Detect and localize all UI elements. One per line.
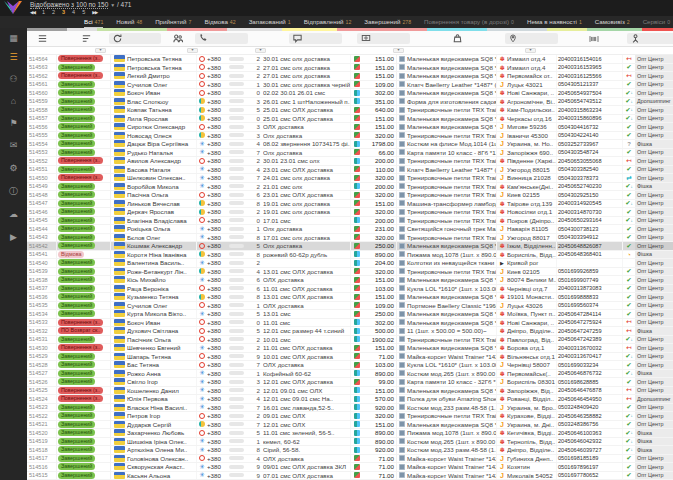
comment-icon[interactable] <box>289 33 342 44</box>
pin-icon[interactable] <box>505 33 558 44</box>
order-row[interactable]: 514530Повернення (з..Шевченко Евгений✳+3… <box>27 344 673 353</box>
customer-name[interactable]: Деркач Ярослав <box>127 208 197 216</box>
tracking-number[interactable]: 0504303548724 <box>557 149 623 157</box>
order-row[interactable]: 514519ЗавершенийШишкіна Іріна Олек..✳+38… <box>27 438 673 447</box>
customer-name[interactable]: Рожко Анна <box>127 370 197 378</box>
product-name[interactable]: Маленькая видеокамера SQ8 *.. <box>407 55 497 63</box>
product-name[interactable]: Полка для обуви Amazing Shoe .. <box>407 395 497 403</box>
tracking-number[interactable]: 0504303394912 <box>557 234 623 242</box>
phone-number[interactable]: +380 <box>207 208 229 216</box>
tracking-number[interactable]: 20400315860896 <box>557 115 623 123</box>
phone-number[interactable]: +380 <box>207 72 229 80</box>
customer-name[interactable]: Кошмак Александр <box>127 242 197 250</box>
person-icon[interactable] <box>627 33 673 44</box>
phone-number[interactable]: +380 <box>207 123 229 131</box>
tracking-number[interactable]: 20450654937504 <box>557 89 623 97</box>
phone-number[interactable]: +380 <box>207 225 229 233</box>
tab-Сервіси[interactable]: Сервіси0 <box>643 16 670 28</box>
product-name[interactable]: Костюм мод.265 (1шт. х 890.00 .. <box>407 370 497 378</box>
product-name[interactable]: Маленькая видеокамера SQ8 *.. <box>407 276 497 284</box>
tab-Прийнятий[interactable]: Прийнятий7 <box>155 16 191 28</box>
tab-Відправлений[interactable]: Відправлений12 <box>304 16 352 28</box>
product-name[interactable]: Маленькая видеокамера SQ8 *.. <box>407 310 497 318</box>
customer-name[interactable]: Дударєв Сергій <box>127 421 197 429</box>
customer-name[interactable]: Легкий Дмитро <box>127 72 197 80</box>
phone-number[interactable]: +380 <box>207 106 229 114</box>
phone-number[interactable]: +380 <box>207 404 229 412</box>
tracking-number[interactable]: 20450653055068 <box>557 157 623 165</box>
tracking-number[interactable]: 0504305121337 <box>557 81 623 89</box>
product-name[interactable]: Маленькая видеокамера SQ8 *.. <box>407 64 497 72</box>
customer-name[interactable]: Скворунская Анаст.. <box>127 463 197 471</box>
tracking-number[interactable]: 20400313670417 <box>557 353 623 361</box>
product-name[interactable]: Костюм мод.233 разм.48-58 (1.. <box>407 446 497 454</box>
product-name[interactable]: Кукла LOL *1610* (1шт. х 103.00.. <box>407 361 497 369</box>
column-filter-dropdown[interactable]: ▼ <box>525 48 536 53</box>
order-row[interactable]: 514529ЗавершенийШапарь Тетяна+380910.01 … <box>27 353 673 362</box>
tab-Запакований[interactable]: Запакований1 <box>249 16 291 28</box>
phone-number[interactable]: +380 <box>207 285 229 293</box>
barcode-icon[interactable] <box>579 33 609 44</box>
product-name[interactable]: Карта памяти 10 класс - 8Гб *12.. <box>407 149 497 157</box>
tracking-number[interactable]: 20450646100363 <box>557 429 623 437</box>
phone-number[interactable]: +380 <box>207 157 229 165</box>
phone-number[interactable]: +380 <box>207 310 229 318</box>
phone-number[interactable]: +380 <box>207 336 229 344</box>
product-name[interactable]: Маленькая видеокамера SQ8 *.. <box>407 344 497 352</box>
order-row[interactable]: 514560ЗавершенийБокоч Иван+380002.02 30.… <box>27 89 673 98</box>
tracking-number[interactable]: 20450648368401 <box>557 251 623 259</box>
customer-name[interactable]: Шапарь Тетяна <box>127 353 197 361</box>
customer-name[interactable]: Коротя Ніна Іванівна <box>127 251 197 259</box>
video-icon[interactable]: ▶ <box>0 232 27 242</box>
order-row[interactable]: 514534ЗавершенийКурта Микола Вікто..✳+38… <box>27 310 673 319</box>
tracking-number[interactable]: 20450654743512 <box>557 98 623 106</box>
product-name[interactable]: Маленькая видеокамера SQ8 *.. <box>407 123 497 131</box>
phone-number[interactable]: +380 <box>207 421 229 429</box>
page-button[interactable]: 1 <box>42 9 45 15</box>
phone-number[interactable]: +380 <box>207 132 229 140</box>
tracking-number[interactable]: 0503248386756 <box>557 421 623 429</box>
customer-name[interactable]: Авилов Александр <box>127 157 197 165</box>
customer-name[interactable]: Кузьменко Тетяна <box>127 293 197 301</box>
tracking-number[interactable]: 0504302925150 <box>557 191 623 199</box>
phone-number[interactable]: +380 <box>207 268 229 276</box>
customer-name[interactable]: Бєлов Олег <box>127 234 197 242</box>
customer-name[interactable]: Шелковин Олексан.. <box>127 174 197 182</box>
customer-name[interactable]: Касьян Альона <box>127 472 197 480</box>
tracking-number[interactable]: 20400314920545 <box>557 200 623 208</box>
order-row[interactable]: 514523ЗавершенийВласюк Ніна Василі..✳+38… <box>27 404 673 413</box>
customers-icon[interactable]: ⚇ <box>0 74 27 84</box>
phone-number[interactable]: +380 <box>207 302 229 310</box>
customers-icon[interactable] <box>163 33 193 44</box>
phone-number[interactable]: +380 <box>207 395 229 403</box>
info-icon[interactable]: ⓘ <box>0 186 27 196</box>
phone-number[interactable]: +380 <box>207 344 229 352</box>
order-row[interactable]: 514546ЗавершенийДеркач Ярослав+380219.01… <box>27 208 673 217</box>
customer-name[interactable]: Свігло Ігор <box>127 378 197 386</box>
phone-number[interactable]: +380 <box>207 234 229 242</box>
column-filter-dropdown[interactable]: ▼ <box>393 48 404 53</box>
order-row[interactable]: 514540ЗавершенийВалентина Василь..✳+3802… <box>27 259 673 268</box>
customer-name[interactable]: Благінна Владіслава <box>127 217 197 225</box>
orders-menu-icon[interactable]: ☰ <box>0 52 27 62</box>
product-name[interactable]: Маленькая видеокамера SQ8 *.. <box>407 115 497 123</box>
order-row[interactable]: 514562Повернення (з..Легкий Дмитро+38022… <box>27 72 673 81</box>
refresh-icon[interactable] <box>109 33 161 44</box>
order-row[interactable]: 514549ЗавершенийВоробйов Микола✳+380221.… <box>27 183 673 192</box>
order-row[interactable]: 514544ЗавершенийРокіцька Ольга✳+3801Олх … <box>27 225 673 234</box>
order-row[interactable]: 514556ЗавершенийСиротюк Олександр+3803ОЛ… <box>27 123 673 132</box>
customer-name[interactable]: Шевченко Евгений <box>127 344 197 352</box>
customer-name[interactable]: Роже-Бетанкурт Лін.. <box>127 268 197 276</box>
tab-Відмова[interactable]: Відмова42 <box>204 16 235 28</box>
customer-name[interactable]: Петровська Тетяна <box>127 64 197 72</box>
order-row[interactable]: 514525Повернення (з..Кошеленко Данил✳+38… <box>27 387 673 396</box>
phone-number[interactable]: +380 <box>207 200 229 208</box>
tracking-number[interactable]: 20400313670032 <box>557 344 623 352</box>
phone-number[interactable]: +380 <box>207 174 229 182</box>
order-row[interactable]: 514548ЗавершенийПасічна Ольга+380623.01 … <box>27 191 673 200</box>
product-name[interactable]: Маленькая видеокамера SQ8 *.. <box>407 387 497 395</box>
product-name[interactable]: Машина-трансформер ламборд.. <box>407 200 497 208</box>
product-name[interactable]: Тренировочные петли TRX Train.. <box>407 106 497 114</box>
sort-list-icon[interactable] <box>75 33 97 44</box>
customer-name[interactable]: Басова Наталя <box>127 166 197 174</box>
